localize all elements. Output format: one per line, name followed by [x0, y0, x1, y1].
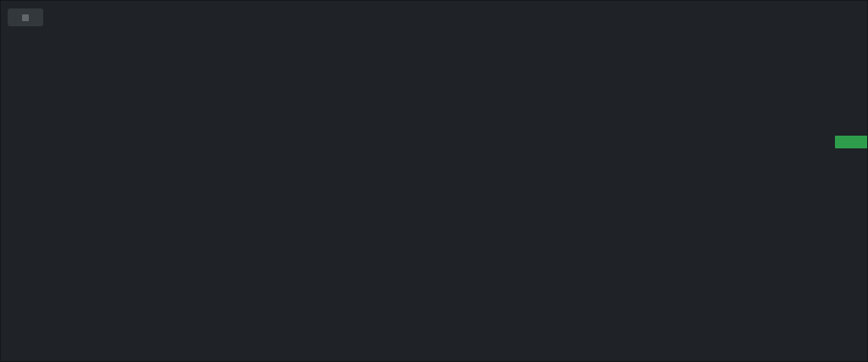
trading-chart-window	[0, 0, 868, 362]
current-price-tag	[835, 136, 868, 148]
chart-canvas[interactable]	[1, 1, 868, 362]
quote-box[interactable]	[8, 8, 43, 26]
chart-toolbar	[8, 8, 53, 26]
spread-handle-icon	[22, 14, 29, 21]
